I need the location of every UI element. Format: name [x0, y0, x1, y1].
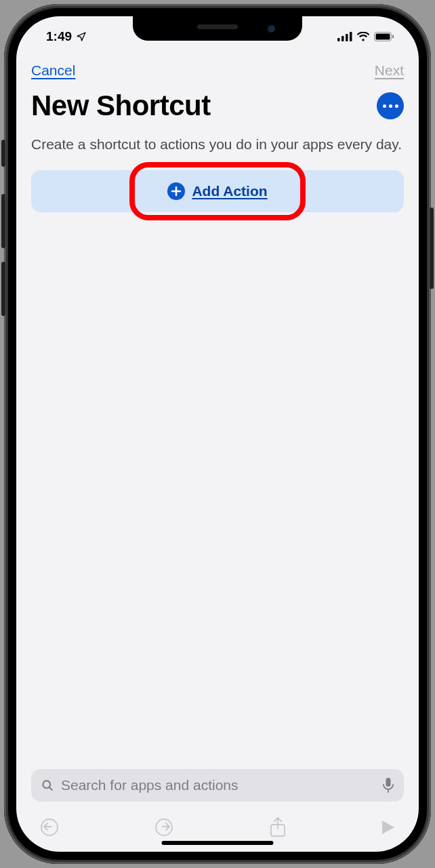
status-time: 1:49 [46, 29, 72, 44]
search-wrap [16, 762, 419, 808]
svg-point-11 [41, 819, 58, 835]
title-row: New Shortcut [16, 83, 419, 132]
add-action-label: Add Action [192, 183, 267, 199]
svg-rect-1 [341, 36, 344, 41]
bottom-toolbar [16, 808, 419, 852]
search-icon [41, 778, 54, 792]
wifi-icon [356, 32, 370, 41]
action-area: Add Action [16, 170, 419, 212]
search-bar[interactable] [31, 769, 404, 802]
front-camera [267, 24, 275, 33]
mute-switch [1, 140, 5, 167]
speaker-grille [197, 24, 238, 29]
svg-rect-6 [392, 35, 394, 39]
ellipsis-icon [383, 104, 386, 108]
cancel-button[interactable]: Cancel [31, 62, 75, 79]
status-right [337, 32, 394, 41]
share-button[interactable] [269, 817, 287, 837]
device-frame: 1:49 [4, 4, 431, 864]
nav-bar: Cancel Next [16, 49, 419, 83]
home-indicator[interactable] [162, 841, 274, 845]
undo-button[interactable] [39, 817, 60, 837]
play-button[interactable] [381, 819, 396, 835]
microphone-icon[interactable] [382, 778, 394, 793]
svg-rect-3 [350, 32, 352, 41]
location-icon [76, 31, 87, 42]
page-subtitle: Create a shortcut to actions you do in y… [16, 132, 419, 170]
empty-canvas [16, 212, 419, 762]
search-input[interactable] [61, 777, 375, 793]
plus-icon [167, 182, 185, 200]
svg-rect-9 [386, 778, 391, 787]
volume-down-button [1, 262, 5, 316]
cellular-signal-icon [337, 32, 352, 41]
battery-icon [374, 32, 394, 41]
svg-rect-5 [376, 34, 390, 40]
status-left: 1:49 [46, 29, 87, 44]
screen: 1:49 [16, 16, 419, 852]
notch [133, 16, 302, 41]
svg-rect-2 [346, 34, 348, 41]
svg-point-12 [156, 819, 172, 835]
next-button[interactable]: Next [375, 62, 404, 79]
page-title: New Shortcut [31, 90, 211, 122]
add-action-button[interactable]: Add Action [31, 170, 404, 212]
power-button [430, 208, 434, 289]
svg-line-8 [49, 787, 52, 790]
redo-button[interactable] [154, 817, 174, 837]
volume-up-button [1, 194, 5, 248]
svg-rect-0 [337, 38, 340, 41]
more-button[interactable] [377, 92, 404, 119]
